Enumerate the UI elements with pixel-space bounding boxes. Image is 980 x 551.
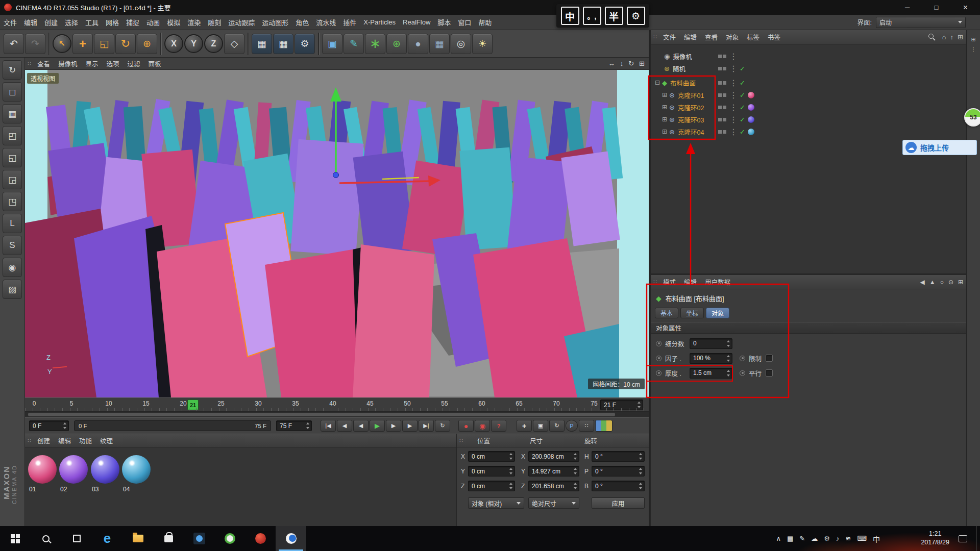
record-position-button[interactable]: + xyxy=(517,420,532,432)
stepper-icon[interactable] xyxy=(573,453,578,460)
menu-script[interactable]: 脚本 xyxy=(434,17,454,27)
viewport-zoom-icon[interactable]: ↕ xyxy=(620,60,624,67)
menu-tools[interactable]: 工具 xyxy=(82,17,102,27)
previous-frame-button[interactable]: ◀ xyxy=(353,420,369,432)
om-menu-object[interactable]: 对象 xyxy=(722,32,743,42)
home-icon[interactable]: ⌂ xyxy=(942,33,946,41)
viewport-menu-view[interactable]: 查看 xyxy=(33,59,54,68)
visibility-toggle[interactable] xyxy=(718,93,722,97)
search-icon[interactable] xyxy=(928,34,936,41)
object-row-camera[interactable]: ◉ 摄像机 xyxy=(664,50,692,62)
object-name[interactable]: 布料曲面 xyxy=(670,78,696,88)
edge-taskbar-button[interactable]: e xyxy=(92,526,122,551)
goto-start-button[interactable]: |◀ xyxy=(321,420,336,432)
points-mode-button[interactable]: ◱ xyxy=(3,148,22,167)
end-frame-field[interactable]: 75 F xyxy=(276,420,312,431)
tweak-mode-button[interactable]: L xyxy=(3,214,22,233)
limit-checkbox[interactable] xyxy=(766,355,773,362)
rot-h-field[interactable]: 0 ° xyxy=(592,451,645,462)
viewport-canvas[interactable]: 透视视图 网格间距：10 cm Z Y xyxy=(25,70,650,397)
goto-end-button[interactable]: ▶| xyxy=(419,420,434,432)
material-thumbnail-03[interactable] xyxy=(91,455,119,484)
stepper-icon[interactable] xyxy=(726,340,731,347)
visibility-toggle[interactable] xyxy=(718,130,722,134)
viewport-pan-icon[interactable]: ↔ xyxy=(608,60,615,67)
view-label[interactable]: 透视视图 xyxy=(27,73,59,84)
stepper-icon[interactable] xyxy=(639,482,643,490)
size-x-field[interactable]: 200.908 cm xyxy=(528,451,579,462)
tray-keyboard-icon[interactable]: ⌨ xyxy=(857,535,867,542)
menu-plugins[interactable]: 插件 xyxy=(339,17,360,27)
animation-dot-icon[interactable] xyxy=(656,341,662,346)
viewport-menu-options[interactable]: 选项 xyxy=(103,59,124,68)
locked-workplane-button[interactable]: ◉ xyxy=(3,258,22,277)
visibility-toggle[interactable] xyxy=(718,67,722,70)
play-button[interactable]: ▶ xyxy=(370,420,385,432)
viewport-maximize-icon[interactable]: ⊞ xyxy=(639,60,645,67)
tray-expand-icon[interactable]: ∧ xyxy=(776,535,781,542)
record-button[interactable]: ● xyxy=(458,420,474,432)
lock-z-axis-button[interactable]: Z xyxy=(204,34,223,53)
material-name-04[interactable]: 04 xyxy=(123,486,130,493)
material-thumbnail-04[interactable] xyxy=(122,455,151,484)
record-scale-button[interactable]: ▣ xyxy=(533,420,548,432)
snap-button[interactable]: S xyxy=(3,236,22,255)
section-object-properties[interactable]: 对象属性 xyxy=(651,322,967,334)
search-icon[interactable]: ○ xyxy=(940,279,944,286)
material-menu-texture[interactable]: 纹理 xyxy=(96,436,117,445)
lock-icon[interactable]: ⊙ xyxy=(948,279,953,286)
stepper-icon[interactable] xyxy=(306,422,310,430)
tab-object[interactable]: 对象 xyxy=(706,308,729,318)
expander-icon[interactable]: ⊞ xyxy=(662,91,667,98)
pos-z-field[interactable]: 0 cm xyxy=(468,481,515,491)
camera-button[interactable]: ◎ xyxy=(451,34,471,54)
om-menu-edit[interactable]: 编辑 xyxy=(680,32,701,42)
next-key-button[interactable]: ▶ xyxy=(402,420,418,432)
viewport-rotate-icon[interactable]: ↻ xyxy=(628,60,634,67)
expander-icon[interactable]: ⊞ xyxy=(662,116,667,123)
effector-button[interactable]: ⊛ xyxy=(386,34,407,54)
loop-button[interactable]: ↻ xyxy=(435,420,450,432)
stepper-icon[interactable] xyxy=(573,467,578,475)
material-menu-edit[interactable]: 编辑 xyxy=(54,436,75,445)
coords-mode-dropdown[interactable]: 对象 (相对) xyxy=(468,497,524,509)
menu-xparticles[interactable]: X-Particles xyxy=(360,18,399,26)
material-name-01[interactable]: 01 xyxy=(29,486,36,493)
am-menu-mode[interactable]: 模式 xyxy=(659,277,680,287)
interface-dropdown[interactable]: 启动 xyxy=(876,17,966,28)
expander-icon[interactable]: ⊞ xyxy=(662,104,667,111)
material-menu-function[interactable]: 功能 xyxy=(75,436,96,445)
tray-settings-icon[interactable]: ⚙ xyxy=(824,535,830,542)
subdivision-field[interactable]: 0 xyxy=(690,338,732,349)
action-center-button[interactable] xyxy=(952,526,973,551)
ime-chinese-button[interactable]: 中 xyxy=(561,7,579,25)
enabled-check-icon[interactable]: ✓ xyxy=(740,116,745,123)
render-toggle[interactable] xyxy=(723,106,726,109)
object-name[interactable]: 摄像机 xyxy=(673,52,692,61)
light-button[interactable]: ☀ xyxy=(472,34,493,54)
material-name-02[interactable]: 02 xyxy=(60,486,67,493)
frame-range-slider[interactable]: 0 F 75 F xyxy=(74,420,271,431)
coords-size-dropdown[interactable]: 绝对尺寸 xyxy=(528,497,579,509)
tab-coordinates[interactable]: 坐标 xyxy=(680,308,704,318)
menu-character[interactable]: 角色 xyxy=(292,17,312,27)
visibility-toggle[interactable] xyxy=(718,81,722,85)
object-row-random[interactable]: ⊛ 随机 xyxy=(664,62,685,74)
timeline-ruler[interactable]: 0 5 10 15 20 25 30 35 40 45 50 55 60 65 … xyxy=(25,397,650,412)
ime-punctuation-button[interactable]: 。, xyxy=(583,7,601,25)
new-panel-icon[interactable]: ⊞ xyxy=(958,279,963,286)
thickness-field[interactable]: 1.5 cm xyxy=(690,368,732,379)
current-frame-field[interactable]: 21 F xyxy=(600,399,643,410)
material-tag-icon[interactable] xyxy=(748,129,754,135)
polygons-mode-button[interactable]: ◳ xyxy=(3,192,22,211)
keyframe-help-button[interactable]: ? xyxy=(491,420,506,432)
menu-snap[interactable]: 捕捉 xyxy=(122,17,143,27)
object-name[interactable]: 克隆环04 xyxy=(678,127,704,137)
am-menu-userdata[interactable]: 用户数据 xyxy=(701,277,734,287)
object-row-clone-ring-03[interactable]: ⊞ ⊛ 克隆环03 xyxy=(662,113,704,126)
size-z-field[interactable]: 201.658 cm xyxy=(528,481,579,491)
maximize-button[interactable]: □ xyxy=(922,0,951,15)
live-selection-button[interactable]: ↖ xyxy=(53,34,71,53)
timeline-scrollbar[interactable] xyxy=(25,412,650,417)
dock-dots-icon[interactable]: ⋮ xyxy=(967,44,980,55)
